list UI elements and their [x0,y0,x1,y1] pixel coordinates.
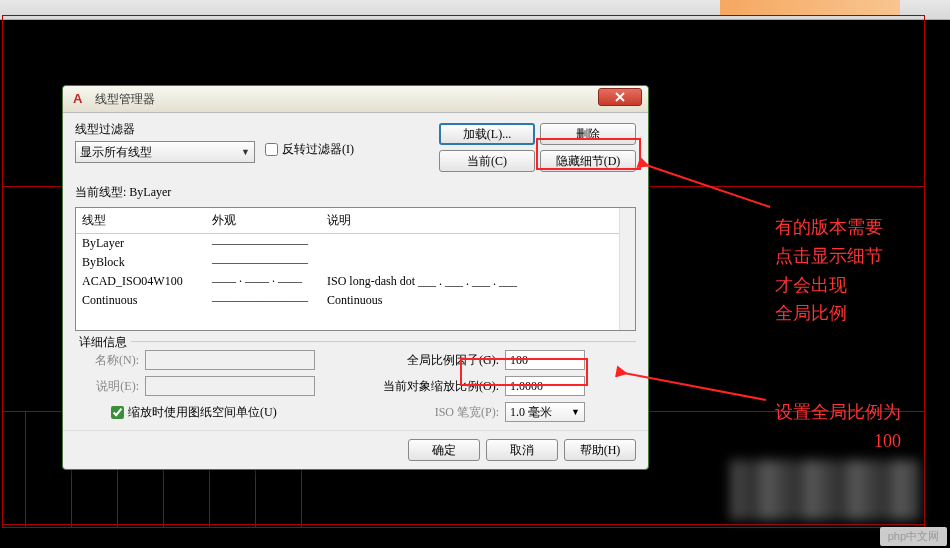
dialog-body: 线型过滤器 显示所有线型 ▼ 反转过滤器(I) 加载(L)... 删除 当前(C… [63,113,648,430]
global-scale-input[interactable] [505,350,585,370]
detail-title: 详细信息 [75,334,131,351]
global-scale-label: 全局比例因子(G): [379,352,499,369]
chevron-down-icon: ▼ [571,407,580,417]
current-linetype: 当前线型: ByLayer [75,184,636,201]
annotation-bottom: 设置全局比例为 100 [775,398,901,456]
paper-units-label: 缩放时使用图纸空间单位(U) [128,404,277,421]
annotation-top: 有的版本需要 点击显示细节 才会出现 全局比例 [775,213,883,328]
filter-label: 线型过滤器 [75,121,255,138]
load-button[interactable]: 加载(L)... [439,123,535,145]
object-scale-input[interactable] [505,376,585,396]
current-linetype-label: 当前线型: [75,185,126,199]
name-label: 名称(N): [75,352,139,369]
linetype-table[interactable]: 线型 外观 说明 ByLayer ———————— ByBlock ——————… [75,207,636,331]
desc-input [145,376,315,396]
col-appearance: 外观 [206,208,321,233]
desc-label: 说明(E): [75,378,139,395]
svg-line-1 [624,373,766,400]
invert-filter-label: 反转过滤器(I) [282,141,354,158]
table-row[interactable]: Continuous ———————— Continuous [76,291,635,310]
name-input [145,350,315,370]
dialog-title: 线型管理器 [95,91,598,108]
linetype-manager-dialog: 线型管理器 线型过滤器 显示所有线型 ▼ 反转过滤器(I) 加载(L)... 删… [62,85,649,470]
col-name: 线型 [76,208,206,233]
table-row[interactable]: ByLayer ———————— [76,234,635,253]
blurred-region [730,460,920,520]
table-row[interactable]: ByBlock ———————— [76,253,635,272]
hide-detail-button[interactable]: 隐藏细节(D) [540,150,636,172]
current-button[interactable]: 当前(C) [439,150,535,172]
cancel-button[interactable]: 取消 [486,439,558,461]
chevron-down-icon: ▼ [241,147,250,157]
iso-pen-label: ISO 笔宽(P): [379,404,499,421]
filter-row: 线型过滤器 显示所有线型 ▼ 反转过滤器(I) 加载(L)... 删除 当前(C… [75,121,636,172]
filter-combo[interactable]: 显示所有线型 ▼ [75,141,255,163]
dialog-footer: 确定 取消 帮助(H) [63,430,648,469]
invert-filter-checkbox[interactable]: 反转过滤器(I) [265,141,354,158]
current-linetype-value: ByLayer [129,185,171,199]
help-button[interactable]: 帮助(H) [564,439,636,461]
delete-button[interactable]: 删除 [540,123,636,145]
right-buttons: 加载(L)... 删除 当前(C) 隐藏细节(D) [439,121,636,172]
arrow-to-global-input [618,370,773,410]
table-scrollbar[interactable] [619,208,635,330]
iso-pen-value: 1.0 毫米 [510,404,552,421]
bg-accent [720,0,900,16]
table-row[interactable]: ACAD_ISO04W100 —— · —— · —— ISO long-das… [76,272,635,291]
object-scale-label: 当前对象缩放比例(O): [379,378,499,395]
paper-units-checkbox[interactable]: 缩放时使用图纸空间单位(U) [111,404,373,421]
watermark: php中文网 [880,527,947,546]
titlebar[interactable]: 线型管理器 [63,86,648,113]
autocad-icon [73,91,89,107]
ok-button[interactable]: 确定 [408,439,480,461]
filter-selected: 显示所有线型 [80,144,152,161]
table-header: 线型 外观 说明 [76,208,635,234]
arrow-to-hide-detail [640,162,780,217]
detail-section: 详细信息 名称(N): 全局比例因子(G): 说明(E): 当前对象缩放比例(O… [75,341,636,422]
svg-line-0 [646,165,770,207]
close-button[interactable] [598,88,642,106]
col-desc: 说明 [321,208,635,233]
iso-pen-select[interactable]: 1.0 毫米 ▼ [505,402,585,422]
close-icon [615,92,625,102]
